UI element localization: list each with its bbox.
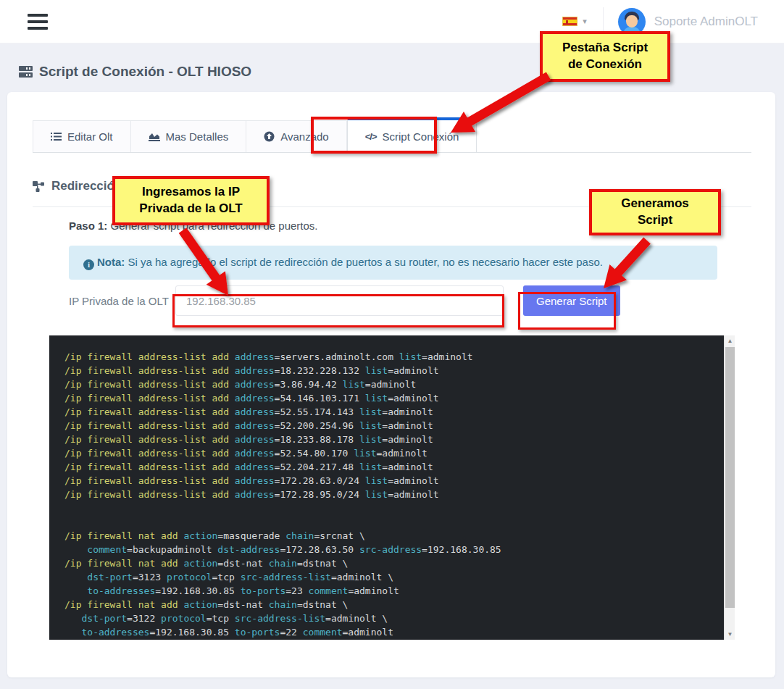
tab-mas-detalles[interactable]: Mas Detalles	[131, 120, 247, 152]
sitemap-icon	[33, 181, 45, 192]
tab-bar: Editar Olt Mas Detalles Avanzado </> Scr…	[33, 121, 751, 153]
tab-script-conexion[interactable]: </> Script Conexión	[347, 117, 478, 152]
scrollbar-thumb[interactable]	[725, 347, 735, 608]
user-menu[interactable]: Soporte AdminOLT	[604, 8, 765, 36]
tab-label: Script Conexión	[382, 130, 459, 143]
hamburger-icon	[28, 14, 48, 17]
code-block[interactable]: /ip firewall address-list add address=se…	[64, 350, 720, 640]
scroll-down-icon[interactable]: ▼	[725, 629, 735, 640]
avatar	[618, 8, 646, 36]
chart-area-icon	[149, 132, 160, 141]
note-alert: iNota: Si ya ha agregado el script de re…	[69, 246, 717, 280]
ip-form-row: IP Privada de la OLT Generar Script	[69, 285, 751, 316]
tab-label: Editar Olt	[67, 130, 113, 143]
tab-editar-olt[interactable]: Editar Olt	[33, 120, 131, 152]
page-header: Script de Conexión - OLT HIOSO	[0, 43, 784, 80]
script-output-box: /ip firewall address-list add address=se…	[49, 335, 735, 640]
server-icon	[19, 66, 33, 78]
ip-field-label: IP Privada de la OLT	[69, 295, 175, 307]
tab-label: Mas Detalles	[166, 130, 229, 143]
app-screen: ▾ Soporte AdminOLT Script de Conexión - …	[0, 0, 784, 689]
spain-flag-icon	[562, 17, 577, 26]
code-scrollbar[interactable]: ▲ ▼	[724, 335, 735, 640]
top-navbar: ▾ Soporte AdminOLT	[0, 0, 784, 43]
section-title: Redirección de Puertos	[33, 179, 751, 193]
step-1-text: Paso 1: Generar script para redirección …	[69, 220, 751, 232]
tab-label: Avanzado	[280, 130, 328, 143]
arrow-up-circle-icon	[264, 131, 275, 142]
ip-input[interactable]	[175, 285, 504, 316]
page-title: Script de Conexión - OLT HIOSO	[19, 64, 784, 80]
list-icon	[51, 132, 62, 141]
language-dropdown[interactable]: ▾	[546, 0, 603, 43]
info-icon: i	[83, 259, 94, 270]
menu-toggle-button[interactable]	[28, 14, 48, 30]
user-name: Soporte AdminOLT	[654, 14, 758, 29]
generate-script-button[interactable]: Generar Script	[523, 285, 620, 316]
tab-avanzado[interactable]: Avanzado	[246, 120, 346, 152]
scroll-up-icon[interactable]: ▲	[725, 335, 735, 346]
chevron-down-icon: ▾	[583, 17, 587, 26]
content-card: Editar Olt Mas Detalles Avanzado </> Scr…	[7, 92, 775, 677]
code-icon: </>	[365, 131, 377, 142]
divider	[33, 206, 751, 207]
